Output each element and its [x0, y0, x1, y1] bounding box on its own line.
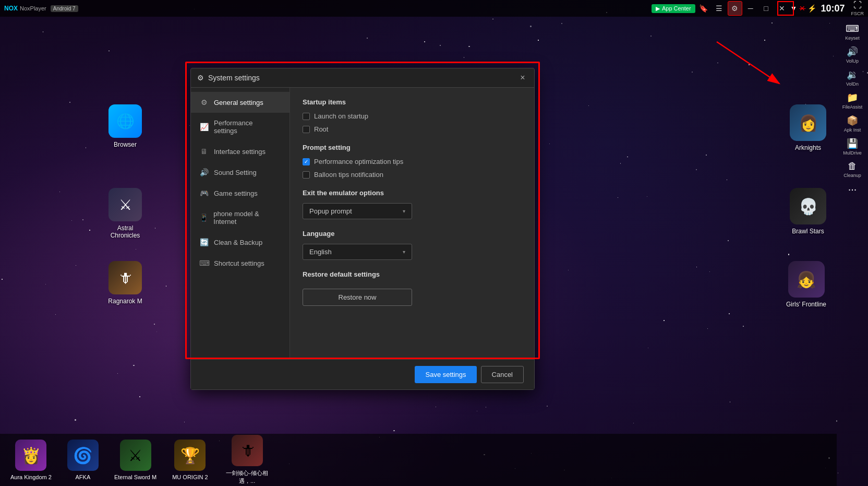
cleanup-icon: 🗑 [848, 161, 857, 172]
frontline-icon: 👧 [788, 261, 825, 298]
settings-dialog: ⚙ System settings × ⚙ General settings 📈… [190, 68, 535, 390]
cleanup-tool[interactable]: 🗑 Cleanup [841, 159, 863, 180]
right-game-arknights[interactable]: 👩 Arknights [790, 104, 826, 151]
right-sidebar: ⌨ Keyset 🔊 VolUp 🔉 VolDn 📁 FileAssist 📦 … [837, 17, 868, 197]
ragnarok-label: Ragnarok M [108, 298, 142, 305]
battery-icon: ⚡ [807, 4, 816, 13]
prompt-section: Prompt setting Performance optimization … [303, 144, 522, 179]
close-button[interactable]: ✕ [775, 1, 789, 16]
launch-startup-checkbox[interactable] [303, 113, 310, 120]
perf-tips-label: Performance optimization tips [314, 158, 403, 165]
nox-logo-text: NOX [4, 5, 18, 12]
fscr-button[interactable]: ⛶ FSCR [849, 0, 866, 18]
cancel-button[interactable]: Cancel [481, 366, 524, 383]
astral-label: Astral Chronicles [102, 224, 149, 239]
nav-item-phone[interactable]: 📱 phone model & Internet [191, 204, 290, 232]
bottom-app-afka[interactable]: 🌀 AFKA [67, 440, 99, 480]
hamburger-button[interactable]: ☰ [712, 1, 727, 16]
desktop-icon-browser[interactable]: 🌐 Browser [102, 104, 149, 148]
volup-tool[interactable]: 🔊 VolUp [844, 44, 861, 66]
startup-title: Startup items [303, 98, 522, 106]
app-center-button[interactable]: ▶ App Center [652, 4, 695, 13]
volup-label: VolUp [846, 58, 859, 64]
nav-label-sound: Sound Setting [214, 169, 257, 176]
dialog-close-button[interactable]: × [517, 73, 528, 83]
launch-startup-label: Launch on startup [314, 112, 368, 120]
settings-button[interactable]: ⚙ [728, 1, 742, 16]
nav-item-interface[interactable]: 🖥 Interface settings [191, 141, 290, 162]
bottom-app-eternal[interactable]: ⚔ Eternal Sword M [114, 440, 156, 480]
nav-label-performance: Performancesettings [214, 119, 252, 135]
exit-dropdown-arrow: ▾ [403, 208, 405, 214]
muldrive-tool[interactable]: 💾 MulDrive [841, 136, 864, 158]
nav-item-backup[interactable]: 🔄 Clean & Backup [191, 232, 290, 253]
voldn-tool[interactable]: 🔉 VolDn [844, 67, 861, 89]
eternal-label: Eternal Sword M [114, 474, 156, 480]
fscr-icon: ⛶ [853, 1, 862, 10]
apkinst-icon: 📦 [847, 115, 858, 126]
nav-label-game: Game settings [214, 189, 258, 197]
taskbar-bottom: 👸 Aura Kingdom 2 🌀 AFKA ⚔ Eternal Sword … [0, 434, 837, 486]
afka-label: AFKA [76, 474, 91, 480]
play-icon: ▶ [656, 5, 660, 12]
bottom-app-sword[interactable]: 🗡 一剑倾心-倾心相遇，... [224, 435, 271, 485]
keyset-tool[interactable]: ⌨ Keyset [843, 21, 862, 43]
bottom-app-aura[interactable]: 👸 Aura Kingdom 2 [10, 440, 52, 480]
restore-section: Restore default settings Restore now [303, 270, 522, 306]
bottom-app-mu[interactable]: 🏆 MU ORIGIN 2 [172, 440, 208, 480]
nav-icon-phone: 📱 [199, 214, 208, 222]
nav-item-shortcut[interactable]: ⌨ Shortcut settings [191, 253, 290, 274]
bookmark-button[interactable]: 🔖 [696, 1, 711, 16]
balloon-tips-checkbox[interactable] [303, 171, 310, 179]
language-dropdown[interactable]: English ▾ [303, 244, 412, 260]
more-tool[interactable]: ··· [846, 181, 859, 197]
dialog-nav: ⚙ General settings 📈 Performancesettings… [191, 88, 290, 359]
perf-tips-checkbox[interactable] [303, 158, 310, 165]
nav-item-game[interactable]: 🎮 Game settings [191, 183, 290, 204]
arknights-label: Arknights [795, 144, 821, 151]
more-icon: ··· [848, 183, 857, 195]
nav-label-general: General settings [214, 99, 263, 106]
nox-version: NoxPlayer [20, 5, 46, 11]
fileassist-tool[interactable]: 📁 FileAssist [840, 90, 865, 112]
cleanup-label: Cleanup [843, 173, 861, 178]
nav-icon-backup: 🔄 [199, 238, 209, 246]
muldrive-icon: 💾 [847, 138, 858, 149]
voldn-label: VolDn [846, 81, 859, 87]
nav-icon-performance: 📈 [199, 123, 209, 131]
ragnarok-icon: 🗡 [108, 261, 142, 294]
restore-now-button[interactable]: Restore now [303, 289, 412, 306]
root-checkbox[interactable] [303, 126, 310, 133]
wifi-icon: ▼ [790, 4, 798, 13]
brawlstars-icon: 💀 [790, 188, 826, 224]
mu-icon: 🏆 [174, 440, 206, 471]
apkinst-tool[interactable]: 📦 Apk Inst [842, 113, 863, 135]
taskbar-top: NOX NoxPlayer Android 7 ▶ App Center 🔖 ☰… [0, 0, 868, 17]
minimize-button[interactable]: ─ [743, 1, 758, 16]
perf-tips-row: Performance optimization tips [303, 158, 522, 165]
desktop-icon-ragnarok[interactable]: 🗡 Ragnarok M [102, 261, 149, 305]
prompt-title: Prompt setting [303, 144, 522, 151]
desktop-icon-astral[interactable]: ⚔ Astral Chronicles [102, 188, 149, 239]
voldn-icon: 🔉 [847, 69, 858, 80]
nav-label-shortcut: Shortcut settings [214, 259, 264, 267]
fileassist-icon: 📁 [847, 92, 858, 103]
nav-item-general[interactable]: ⚙ General settings [191, 92, 290, 113]
apkinst-label: Apk Inst [844, 127, 861, 133]
nav-item-sound[interactable]: 🔊 Sound Setting [191, 162, 290, 183]
language-section: Language English ▾ [303, 230, 522, 260]
exit-dropdown[interactable]: Popup prompt ▾ [303, 203, 412, 219]
status-icons: ▼ ✕ ⚡ [790, 4, 817, 13]
restore-title: Restore default settings [303, 270, 522, 278]
nav-label-backup: Clean & Backup [214, 239, 262, 246]
maximize-button[interactable]: □ [759, 1, 774, 16]
right-game-brawlstars[interactable]: 💀 Brawl Stars [790, 188, 826, 235]
right-game-frontline[interactable]: 👧 Girls' Frontline [786, 261, 826, 308]
save-settings-button[interactable]: Save settings [415, 366, 476, 383]
app-center-label: App Center [662, 5, 691, 11]
clock-display: 10:07 [821, 3, 845, 14]
dialog-content: Startup items Launch on startup Root Pro… [290, 88, 534, 359]
nav-item-performance[interactable]: 📈 Performancesettings [191, 113, 290, 141]
nav-icon-game: 🎮 [199, 189, 209, 197]
astral-icon: ⚔ [108, 188, 142, 221]
